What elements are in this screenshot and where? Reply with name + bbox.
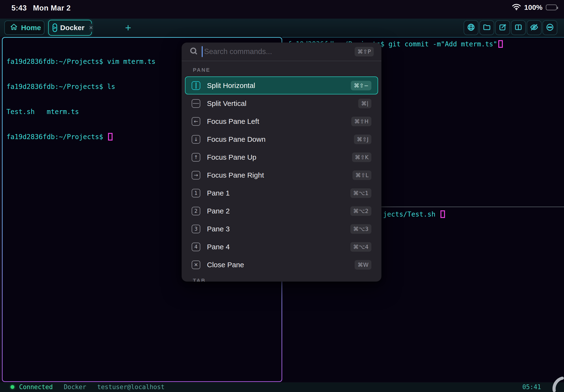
globe-button[interactable] <box>464 20 479 35</box>
command-item-focus-pane-right[interactable]: →Focus Pane Right⌘⇧L <box>185 166 378 184</box>
shortcut-badge: ⌘| <box>358 99 371 108</box>
command-item-split-vertical[interactable]: Split Vertical⌘| <box>185 94 378 112</box>
shortcut-badge: ⌘W <box>355 260 371 270</box>
connection-status: Connected <box>11 383 53 391</box>
command-list: PANESplit Horizontal⌘⇧−Split Vertical⌘|←… <box>182 61 381 281</box>
command-label: Focus Pane Right <box>207 171 353 179</box>
command-label: Pane 1 <box>207 189 350 197</box>
session-time: 05:41 <box>523 383 541 391</box>
command-label: Split Horizontal <box>207 82 351 90</box>
shortcut-badge: ⌘⌥2 <box>350 206 371 216</box>
command-item-pane-4[interactable]: 4Pane 4⌘⌥4 <box>185 238 378 256</box>
arrow-left-icon: ← <box>192 117 200 126</box>
compose-button[interactable] <box>495 20 510 35</box>
terminal-cursor <box>498 40 503 48</box>
command-label: Focus Pane Up <box>207 153 352 161</box>
search-icon <box>189 47 198 57</box>
shortcut-badge: ⌘⇧L <box>353 170 371 180</box>
shortcut-badge: ⌘⌥4 <box>350 242 371 252</box>
command-search-input[interactable]: Search commands... ⌘⇧P <box>182 42 381 61</box>
tab-docker[interactable]: > Docker ✕ <box>48 20 92 36</box>
shortcut-badge: ⌘⇧H <box>351 117 371 126</box>
terminal-line: fa19d2836fdb:~/Projects$ ls <box>6 83 156 91</box>
command-palette: Search commands... ⌘⇧P PANESplit Horizon… <box>182 42 381 281</box>
arrow-right-icon: → <box>192 171 200 180</box>
arrow-down-icon: ↓ <box>192 135 200 144</box>
section-header: TAB <box>182 278 381 281</box>
battery-icon <box>546 4 557 10</box>
command-item-focus-pane-up[interactable]: ↑Focus Pane Up⌘⇧K <box>185 148 378 166</box>
date: Mon Mar 2 <box>33 4 71 13</box>
shortcut-badge: ⌘⌥1 <box>350 188 371 198</box>
tab-docker-label: Docker <box>60 24 85 32</box>
command-label: Close Pane <box>207 261 355 269</box>
command-label: Focus Pane Left <box>207 117 351 126</box>
split-pane-button[interactable] <box>511 20 526 35</box>
digit-1-icon: 1 <box>192 189 200 197</box>
terminal-prompt-icon: > <box>53 23 57 32</box>
shortcut-badge: ⌘⌥3 <box>350 224 371 234</box>
command-item-pane-1[interactable]: 1Pane 1⌘⌥1 <box>185 184 378 202</box>
section-header: PANE <box>182 67 381 74</box>
status-bar: 5:43 Mon Mar 2 100% <box>0 0 564 15</box>
search-shortcut-badge: ⌘⇧P <box>355 47 374 56</box>
hide-ui-button[interactable] <box>527 20 542 35</box>
command-label: Focus Pane Down <box>207 135 354 143</box>
tab-home[interactable]: Home <box>4 21 44 35</box>
tab-strip: Home > Docker ✕ + <box>0 19 564 37</box>
connected-dot-icon <box>11 385 14 389</box>
command-item-pane-2[interactable]: 2Pane 2⌘⌥2 <box>185 202 378 220</box>
split-vertical-icon <box>192 99 200 108</box>
close-icon[interactable]: ✕ <box>89 23 93 32</box>
terminal-line: fa19d2836fdb:~/Projects$ vim mterm.ts <box>6 57 156 66</box>
text-caret <box>202 46 203 57</box>
wifi-icon <box>512 4 521 11</box>
terminal-line: Test.sh mterm.ts <box>6 108 156 116</box>
arrow-up-icon: ↑ <box>192 153 200 162</box>
command-item-pane-3[interactable]: 3Pane 3⌘⌥3 <box>185 220 378 238</box>
command-item-close-pane[interactable]: ✕Close Pane⌘W <box>185 256 378 274</box>
digit-4-icon: 4 <box>192 243 200 251</box>
command-item-focus-pane-left[interactable]: ←Focus Pane Left⌘⇧H <box>185 112 378 130</box>
terminal-output-bottom-right: jects/Test.sh <box>383 210 445 218</box>
folder-icon <box>483 23 491 32</box>
new-tab-button[interactable]: + <box>122 22 134 33</box>
eye-off-icon <box>530 23 538 32</box>
clock: 5:43 <box>12 4 27 13</box>
terminal-line: fa19d2836fdb:~/Projects$ <box>6 133 156 141</box>
command-label: Pane 3 <box>207 225 350 233</box>
command-label: Split Vertical <box>207 99 358 108</box>
more-button[interactable] <box>542 20 557 35</box>
close-x-icon: ✕ <box>192 261 200 269</box>
shortcut-badge: ⌘⇧K <box>352 153 371 162</box>
files-button[interactable] <box>479 20 494 35</box>
pointer-arc-icon <box>551 377 564 392</box>
digit-2-icon: 2 <box>192 207 200 215</box>
shortcut-badge: ⌘⇧J <box>354 135 371 144</box>
footer-user-host: testuser@localhost <box>97 383 165 391</box>
split-horizontal-icon <box>192 81 200 90</box>
battery-percent: 100% <box>524 3 542 12</box>
ellipsis-icon <box>546 23 554 32</box>
terminal-cursor <box>440 210 445 218</box>
command-item-focus-pane-down[interactable]: ↓Focus Pane Down⌘⇧J <box>185 130 378 148</box>
search-placeholder: Search commands... <box>204 47 355 56</box>
tab-home-label: Home <box>21 24 41 32</box>
split-pane-icon <box>514 23 523 32</box>
terminal-cursor <box>108 133 112 140</box>
footer-tab-name: Docker <box>64 383 86 391</box>
command-label: Pane 2 <box>207 207 350 215</box>
compose-icon <box>498 23 507 32</box>
terminal-output-left: fa19d2836fdb:~/Projects$ vim mterm.ts fa… <box>6 41 156 158</box>
digit-3-icon: 3 <box>192 225 200 233</box>
command-item-split-horizontal[interactable]: Split Horizontal⌘⇧− <box>185 76 378 94</box>
footer-status-bar: Connected Docker testuser@localhost 05:4… <box>0 382 564 392</box>
globe-icon <box>467 23 475 32</box>
command-label: Pane 4 <box>207 243 350 251</box>
shortcut-badge: ⌘⇧− <box>351 81 371 90</box>
home-icon <box>10 23 18 32</box>
